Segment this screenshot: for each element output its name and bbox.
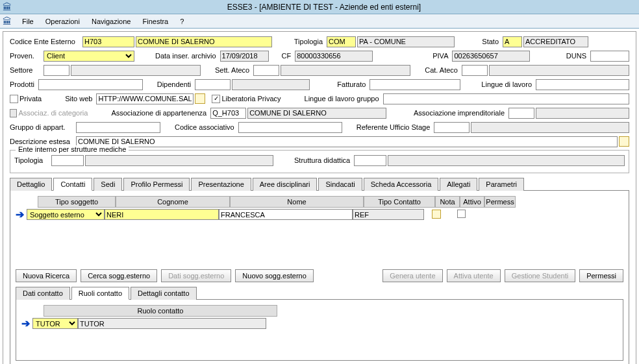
settore-code[interactable]: [44, 65, 69, 76]
tipo-soggetto-select[interactable]: Soggetto esterno: [27, 209, 105, 220]
menu-navigazione[interactable]: Navigazione: [86, 16, 136, 27]
assoc-cat-checkbox: [10, 109, 17, 117]
struttura-code[interactable]: [354, 155, 386, 166]
nota-icon[interactable]: [432, 210, 441, 219]
prodotti-input[interactable]: [38, 79, 143, 90]
tipologia-code-input[interactable]: [327, 36, 356, 47]
gruppo-input[interactable]: [76, 122, 160, 133]
nome-ente-input[interactable]: [136, 36, 272, 47]
ref-stage-code[interactable]: [434, 122, 470, 133]
menu-operazioni[interactable]: Operazioni: [40, 16, 85, 27]
nuovo-sogg-button[interactable]: Nuovo sogg.esterno: [235, 269, 313, 282]
cod-assoc-lbl: Codice associativo: [175, 123, 237, 131]
assoc-app-lbl: Associazione di appartenenza: [111, 109, 209, 117]
tab-profilo[interactable]: Profilo Permessi: [123, 178, 190, 191]
privata-checkbox[interactable]: [10, 95, 18, 103]
ruolo-code-select[interactable]: TUTOR: [32, 318, 78, 329]
desc-estesa-input[interactable]: [76, 136, 618, 147]
dati-sogg-button: Dati sogg.esterno: [161, 269, 231, 282]
fatturato-lbl: Fatturato: [337, 80, 368, 88]
nuova-ricerca-button[interactable]: Nuova Ricerca: [16, 269, 77, 282]
desc-estesa-lbl: Descrizione estesa: [10, 138, 75, 145]
lingue-gruppo-lbl: Lingue di lavoro gruppo: [305, 95, 382, 103]
menu-help[interactable]: ?: [175, 16, 189, 27]
sito-input[interactable]: [96, 93, 194, 104]
data-inser-lbl: Data inser. archivio: [155, 52, 219, 60]
tab-aree[interactable]: Aree disciplinari: [253, 178, 318, 191]
col-cognome: Cognome: [116, 196, 230, 208]
assoc-cat-lbl: Associaz. di categoria: [18, 109, 90, 117]
tab-sedi[interactable]: Sedi: [94, 178, 122, 191]
assoc-app-code[interactable]: [210, 108, 246, 119]
codice-input[interactable]: [82, 36, 134, 47]
attivo-checkbox[interactable]: [457, 210, 466, 218]
sito-open-icon[interactable]: [195, 93, 205, 104]
stato-desc: [523, 36, 588, 47]
dipendenti-desc: [232, 79, 310, 90]
subtab-dati-contatto[interactable]: Dati contatto: [16, 287, 70, 300]
piva-input: [452, 51, 530, 62]
tab-allegati[interactable]: Allegati: [440, 178, 477, 191]
sub-tabs: Dati contatto Ruoli contatto Dettagli co…: [16, 286, 623, 300]
cod-assoc-input[interactable]: [238, 122, 342, 133]
proven-select[interactable]: Client: [44, 51, 134, 62]
ruoli-panel: Ruolo contatto ➔ TUTOR: [16, 300, 623, 361]
cognome-input[interactable]: [105, 209, 219, 220]
gruppo-lbl: Gruppo di appart.: [10, 123, 75, 131]
app-icon: 🏛: [3, 3, 12, 12]
col-tipo-contatto: Tipo Contatto: [364, 196, 435, 208]
ruolo-row-indicator-icon: ➔: [21, 319, 30, 329]
tab-sindacati[interactable]: Sindacati: [318, 178, 362, 191]
tab-contatti[interactable]: Contatti: [53, 178, 92, 191]
lingue-lbl: Lingue di lavoro: [481, 80, 534, 88]
cerca-sogg-button[interactable]: Cerca sogg.esterno: [81, 269, 157, 282]
sett-ateco-lbl: Sett. Ateco: [215, 66, 252, 74]
privata-lbl: Privata: [19, 95, 44, 103]
stato-lbl: Stato: [469, 38, 501, 45]
tab-parametri[interactable]: Parametri: [479, 178, 524, 191]
tipologia-desc: [357, 36, 455, 47]
sett-ateco-desc: [281, 65, 410, 76]
title-bar: 🏛 ESSE3 - [AMBIENTE DI TEST - Aziende ed…: [0, 0, 639, 14]
subtab-dettagli-contatto[interactable]: Dettagli contatto: [131, 287, 197, 300]
desc-estesa-edit-icon[interactable]: [619, 136, 629, 147]
form-page: Codice Ente Esterno Tipologia Stato Prov…: [3, 31, 636, 364]
assoc-impr-code[interactable]: [508, 108, 534, 119]
col-permess: Permess: [484, 196, 516, 208]
menu-file[interactable]: File: [17, 16, 39, 27]
tab-presentazione[interactable]: Presentazione: [191, 178, 251, 191]
col-attivo: Attivo: [460, 196, 484, 208]
lingue-input[interactable]: [536, 79, 629, 90]
assoc-app-desc: [247, 108, 386, 119]
menu-app-icon[interactable]: 🏛: [3, 17, 12, 26]
menu-finestra[interactable]: Finestra: [137, 16, 173, 27]
codice-lbl: Codice Ente Esterno: [10, 38, 81, 45]
settore-lbl: Settore: [10, 66, 42, 74]
cat-ateco-code[interactable]: [462, 65, 488, 76]
main-tabs: Dettaglio Contatti Sedi Profilo Permessi…: [10, 177, 629, 191]
permessi-button[interactable]: Permessi: [579, 269, 623, 282]
duns-input[interactable]: [590, 51, 629, 62]
tipologia-ente-code[interactable]: [51, 155, 84, 166]
sett-ateco-code[interactable]: [253, 65, 279, 76]
cf-input: [295, 51, 373, 62]
nome-input[interactable]: [219, 209, 353, 220]
cat-ateco-desc: [489, 65, 629, 76]
lingue-gruppo-input[interactable]: [383, 93, 629, 104]
tipologia-lbl: Tipologia: [286, 38, 325, 45]
gestione-studenti-button: Gestione Studenti: [505, 269, 575, 282]
tab-dettaglio[interactable]: Dettaglio: [10, 178, 52, 191]
dipendenti-code[interactable]: [195, 79, 231, 90]
proven-lbl: Proven.: [10, 52, 42, 60]
data-inser-input: [220, 51, 269, 62]
fatturato-input[interactable]: [370, 79, 460, 90]
ref-stage-lbl: Referente Ufficio Stage: [357, 123, 433, 131]
tab-scheda[interactable]: Scheda Accessoria: [364, 178, 439, 191]
liberatoria-checkbox[interactable]: ✓: [212, 95, 220, 103]
stato-code-input[interactable]: [503, 36, 522, 47]
tipologia-ente-lbl: Tipologia: [14, 156, 50, 164]
settore-desc: [71, 65, 201, 76]
dipendenti-lbl: Dipendenti: [157, 80, 194, 88]
subtab-ruoli-contatto[interactable]: Ruoli contatto: [71, 287, 129, 300]
menu-bar: 🏛 File Operazioni Navigazione Finestra ?: [0, 14, 639, 29]
